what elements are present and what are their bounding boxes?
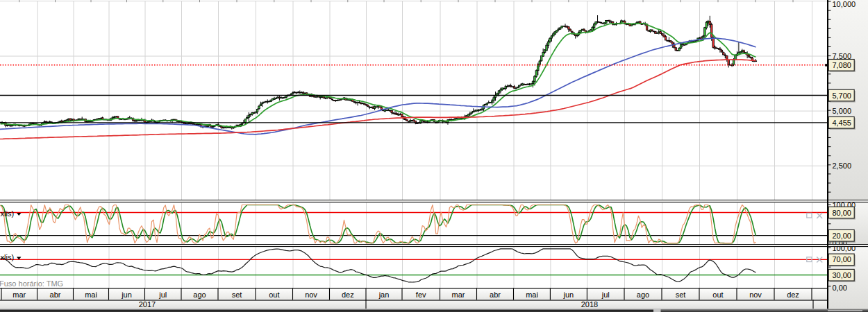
svg-text:jul: jul — [158, 291, 167, 299]
svg-text:30,00: 30,00 — [832, 271, 851, 279]
svg-text:70,00: 70,00 — [832, 255, 851, 263]
svg-text:5,700: 5,700 — [832, 92, 851, 100]
svg-text:jun: jun — [563, 291, 574, 299]
svg-text:xlis): xlis) — [1, 253, 15, 261]
svg-text:xlis): xlis) — [1, 209, 15, 218]
svg-text:abr: abr — [50, 291, 61, 299]
svg-text:ago: ago — [637, 291, 649, 299]
svg-text:20,00: 20,00 — [832, 232, 851, 240]
svg-text:out: out — [712, 291, 723, 299]
svg-text:mai: mai — [85, 291, 97, 299]
svg-text:2018: 2018 — [581, 300, 598, 309]
svg-text:mar: mar — [12, 291, 26, 299]
svg-text:7,500: 7,500 — [833, 52, 852, 60]
svg-text:nov: nov — [305, 291, 317, 299]
svg-text:Fuso horário: TMG: Fuso horário: TMG — [0, 279, 63, 288]
svg-text:4,455: 4,455 — [832, 119, 851, 127]
svg-text:7,080: 7,080 — [832, 61, 851, 69]
svg-text:5,000: 5,000 — [833, 107, 852, 115]
svg-text:dez: dez — [787, 291, 799, 299]
svg-text:nov: nov — [749, 291, 762, 299]
svg-text:mai: mai — [526, 291, 538, 299]
svg-text:2,500: 2,500 — [833, 162, 852, 170]
svg-text:10,000: 10,000 — [833, 0, 856, 8]
svg-text:mar: mar — [452, 291, 465, 299]
svg-text:set: set — [232, 291, 242, 299]
svg-text:out: out — [269, 291, 279, 299]
svg-text:abr: abr — [490, 291, 501, 299]
svg-text:dez: dez — [342, 291, 354, 299]
svg-text:jan: jan — [378, 291, 390, 299]
svg-text:80,00: 80,00 — [832, 209, 851, 217]
svg-text:jul: jul — [601, 291, 610, 299]
svg-text:ago: ago — [193, 291, 206, 299]
svg-text:2017: 2017 — [139, 300, 156, 309]
svg-text:jun: jun — [121, 291, 132, 299]
svg-text:set: set — [676, 291, 686, 299]
svg-text:0,00: 0,00 — [833, 284, 847, 292]
svg-text:fev: fev — [416, 291, 426, 299]
